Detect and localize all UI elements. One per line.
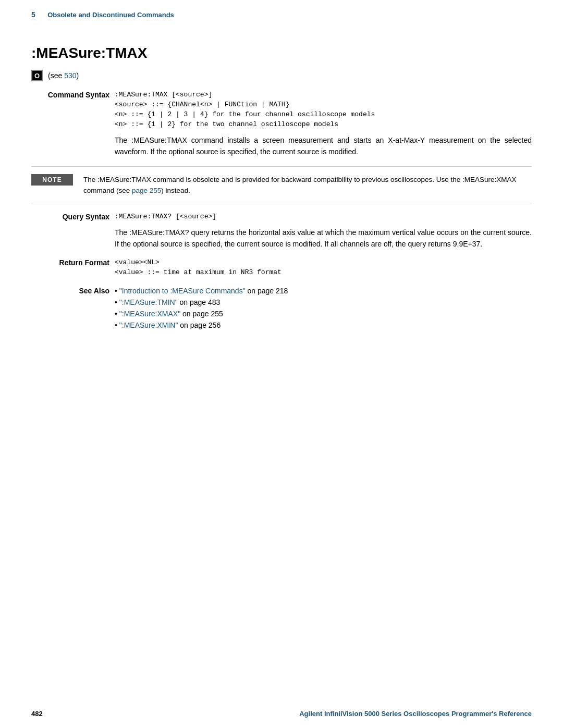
obsolete-badge-row: O (see 530) <box>31 70 532 81</box>
footer-book-title: Agilent InfiniiVision 5000 Series Oscill… <box>299 710 532 718</box>
note-content: The :MEASure:TMAX command is obsolete an… <box>83 174 532 196</box>
query-syntax-line: :MEASure:TMAX? [<source>] <box>115 213 532 220</box>
see-page-link[interactable]: 530 <box>64 71 76 80</box>
see-also-label: See Also <box>31 287 115 295</box>
see-also-list: "Introduction to :MEASure Commands" on p… <box>115 287 532 329</box>
list-item: ":MEASure:TMIN" on page 483 <box>115 298 532 306</box>
see-also-link-4[interactable]: ":MEASure:XMIN" <box>119 321 178 329</box>
see-also-link-3[interactable]: ":MEASure:XMAX" <box>119 310 180 318</box>
syntax-line-1: :MEASure:TMAX [<source>] <box>115 91 532 98</box>
syntax-line-3: <n> ::= {1 | 2 | 3 | 4} for the four cha… <box>115 110 532 118</box>
obsolete-badge: O <box>31 70 43 81</box>
note-section: NOTE The :MEASure:TMAX command is obsole… <box>31 166 532 204</box>
return-format-content: <value><NL> <value> ::= time at maximum … <box>115 258 532 278</box>
query-syntax-label: Query Syntax <box>31 213 115 221</box>
see-also-link-1[interactable]: "Introduction to :MEASure Commands" <box>119 287 246 295</box>
return-format-line-2: <value> ::= time at maximum in NR3 forma… <box>115 268 532 276</box>
see-also-link-2[interactable]: ":MEASure:TMIN" <box>119 298 178 306</box>
header-bar: 5 Obsolete and Discontinued Commands <box>0 0 563 24</box>
command-syntax-section: Command Syntax :MEASure:TMAX [<source>] … <box>31 91 532 158</box>
query-syntax-content: :MEASure:TMAX? [<source>] The :MEASure:T… <box>115 213 532 250</box>
return-format-label: Return Format <box>31 258 115 267</box>
syntax-line-4: <n> ::= {1 | 2} for the two channel osci… <box>115 120 532 128</box>
list-item: ":MEASure:XMAX" on page 255 <box>115 310 532 318</box>
command-description: The :MEASure:TMAX command installs a scr… <box>115 134 532 158</box>
command-title: :MEASure:TMAX <box>31 45 532 61</box>
footer-page-number: 482 <box>31 710 43 718</box>
footer: 482 Agilent InfiniiVision 5000 Series Os… <box>0 710 563 718</box>
chapter-title: Obsolete and Discontinued Commands <box>47 11 174 19</box>
return-format-line-1: <value><NL> <box>115 258 532 266</box>
list-item: "Introduction to :MEASure Commands" on p… <box>115 287 532 295</box>
return-format-section: Return Format <value><NL> <value> ::= ti… <box>31 258 532 278</box>
see-also-section: See Also "Introduction to :MEASure Comma… <box>31 287 532 332</box>
list-item: ":MEASure:XMIN" on page 256 <box>115 321 532 329</box>
content-area: :MEASure:TMAX O (see 530) Command Syntax… <box>0 24 563 372</box>
syntax-line-2: <source> ::= {CHANnel<n> | FUNCtion | MA… <box>115 101 532 108</box>
header-separator <box>38 10 46 19</box>
command-syntax-content: :MEASure:TMAX [<source>] <source> ::= {C… <box>115 91 532 158</box>
query-description: The :MEASure:TMAX? query returns the hor… <box>115 227 532 250</box>
see-page-text: (see 530) <box>48 71 79 80</box>
see-also-content: "Introduction to :MEASure Commands" on p… <box>115 287 532 332</box>
page-container: 5 Obsolete and Discontinued Commands :ME… <box>0 0 563 728</box>
chapter-number: 5 <box>31 10 35 19</box>
note-page-link[interactable]: page 255 <box>132 187 161 194</box>
command-syntax-label: Command Syntax <box>31 91 115 99</box>
note-label: NOTE <box>31 174 73 186</box>
query-syntax-section: Query Syntax :MEASure:TMAX? [<source>] T… <box>31 213 532 250</box>
